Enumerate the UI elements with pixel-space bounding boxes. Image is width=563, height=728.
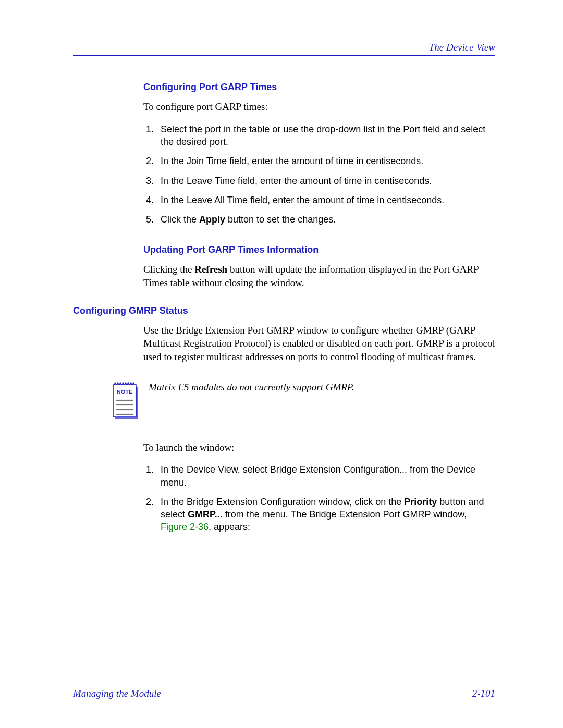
launch-intro: To launch the window: xyxy=(143,441,495,454)
gmrp-paragraph: Use the Bridge Extension Port GMRP windo… xyxy=(143,324,495,364)
step-item: In the Bridge Extension Configuration wi… xyxy=(156,496,495,534)
step-item: In the Join Time field, enter the amount… xyxy=(156,155,495,167)
note-icon: NOTE xyxy=(112,379,139,420)
step-item: In the Device View, select Bridge Extens… xyxy=(156,463,495,489)
step-item: In the Leave All Time field, enter the a… xyxy=(156,194,495,206)
running-header: The Device View xyxy=(73,42,495,53)
figure-reference[interactable]: Figure 2-36 xyxy=(161,522,209,532)
step-item: Select the port in the table or use the … xyxy=(156,123,495,149)
section-configuring-port-garp-times: Configuring Port GARP Times To configure… xyxy=(143,82,495,226)
note-label: NOTE xyxy=(117,389,133,395)
intro-text: To configure port GARP times: xyxy=(143,100,495,114)
heading-updating-port-garp-times: Updating Port GARP Times Information xyxy=(143,244,495,255)
footer-left: Managing the Module xyxy=(73,688,161,699)
header-rule xyxy=(73,55,495,56)
footer-page-number: 2-101 xyxy=(472,688,495,699)
note-block: NOTE Matrix E5 modules do not currently … xyxy=(112,379,495,420)
launch-steps-list: In the Device View, select Bridge Extens… xyxy=(143,463,495,533)
section-updating-port-garp-times: Updating Port GARP Times Information Cli… xyxy=(143,244,495,289)
step-item: In the Leave Time field, enter the amoun… xyxy=(156,175,495,187)
note-text: Matrix E5 modules do not currently suppo… xyxy=(149,379,354,394)
refresh-paragraph: Clicking the Refresh button will update … xyxy=(143,263,495,289)
heading-configuring-port-garp-times: Configuring Port GARP Times xyxy=(143,82,495,93)
launch-block: To launch the window: In the Device View… xyxy=(143,441,495,534)
page-footer: Managing the Module 2-101 xyxy=(73,688,495,699)
page: The Device View Configuring Port GARP Ti… xyxy=(0,0,563,728)
section-configuring-gmrp-status-body: Use the Bridge Extension Port GMRP windo… xyxy=(143,324,495,364)
steps-list: Select the port in the table or use the … xyxy=(143,123,495,226)
step-item: Click the Apply button to set the change… xyxy=(156,213,495,226)
heading-configuring-gmrp-status: Configuring GMRP Status xyxy=(73,305,495,316)
